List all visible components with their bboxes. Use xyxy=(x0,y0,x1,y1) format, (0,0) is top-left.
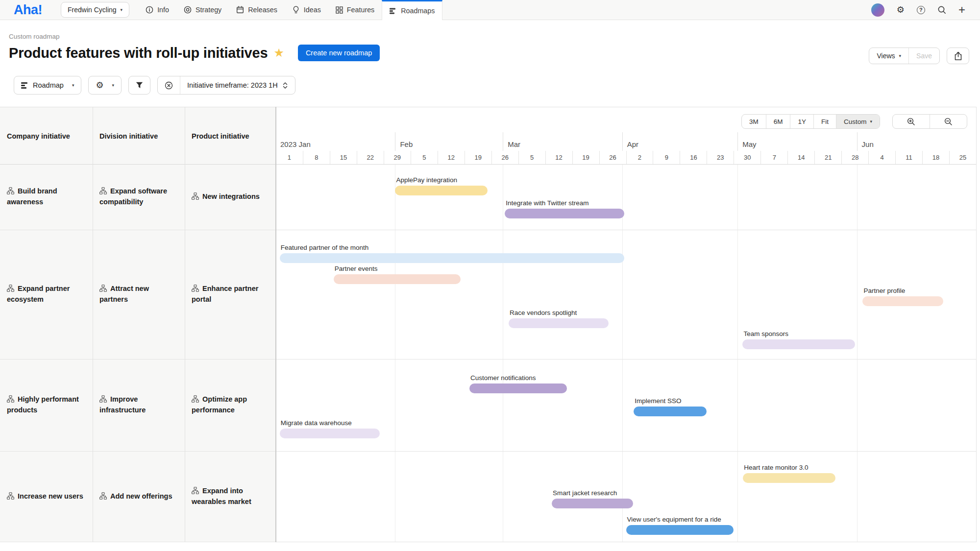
timeframe-6m-button[interactable]: 6M xyxy=(766,115,790,128)
column-header-3: Product initiative xyxy=(185,107,276,164)
initiative-icon xyxy=(192,487,202,495)
timeframe-custom-button[interactable]: Custom▾ xyxy=(836,115,880,128)
gantt-bars-icon xyxy=(21,82,28,89)
gear-icon: ⚙ xyxy=(96,81,103,90)
bar-label: Customer notifications xyxy=(470,374,536,382)
initiative-cell[interactable]: Highly performant products xyxy=(0,359,93,451)
initiative-cell[interactable]: Enhance partner portal xyxy=(185,230,276,359)
month-label: 2023 Jan xyxy=(280,140,311,148)
week-tick: 7 xyxy=(760,151,787,164)
gantt-bar[interactable] xyxy=(743,473,835,483)
bar-label: Implement SSO xyxy=(635,397,681,405)
aha-logo[interactable]: Aha! xyxy=(14,0,42,20)
week-tick: 2 xyxy=(626,151,653,164)
save-button[interactable]: Save xyxy=(908,48,939,64)
initiative-cell[interactable]: Expand into wearables market xyxy=(185,451,276,542)
column-header-1: Company initiative xyxy=(0,107,93,164)
search-icon[interactable] xyxy=(937,5,946,14)
initiative-filter-group: Initiative timeframe: 2023 1H xyxy=(157,76,295,95)
gantt-bar[interactable] xyxy=(552,499,633,508)
month-gridline xyxy=(857,164,858,542)
zoom-out-button[interactable] xyxy=(930,115,967,128)
month-header: Jun xyxy=(857,132,976,151)
roadmap-gantt: 3M6M1YFitCustom▾ Company initiativeDivis… xyxy=(0,107,980,542)
create-roadmap-button[interactable]: Create new roadmap xyxy=(298,45,380,61)
timeframe-fit-button[interactable]: Fit xyxy=(813,115,836,128)
gantt-bar[interactable] xyxy=(509,318,609,328)
initiative-cell[interactable]: Add new offerings xyxy=(93,451,185,542)
gantt-bar[interactable] xyxy=(280,429,380,438)
views-button[interactable]: Views ▾ xyxy=(869,48,908,64)
tab-roadmaps[interactable]: Roadmaps xyxy=(382,0,442,20)
star-icon[interactable]: ★ xyxy=(273,46,284,60)
tab-releases[interactable]: Releases xyxy=(229,0,285,20)
gantt-bar[interactable] xyxy=(395,186,487,195)
initiative-icon xyxy=(7,492,18,500)
initiative-cell[interactable]: Optimize app performance xyxy=(185,359,276,451)
initiative-timeframe-filter[interactable]: Initiative timeframe: 2023 1H xyxy=(180,76,295,94)
page-header: Custom roadmap Product features with rol… xyxy=(0,20,980,107)
week-tick: 14 xyxy=(787,151,814,164)
settings-button[interactable]: ⚙ ▾ xyxy=(88,76,122,95)
tab-label: Strategy xyxy=(196,6,221,14)
bar-label: Integrate with Twitter stream xyxy=(506,199,588,207)
week-tick: 26 xyxy=(599,151,626,164)
help-icon[interactable]: ? xyxy=(917,6,925,14)
nav-tabs: InfoStrategyReleasesIdeasFeaturesRoadmap… xyxy=(138,0,442,20)
week-tick: 26 xyxy=(491,151,518,164)
month-label: Mar xyxy=(508,140,520,148)
week-tick: 11 xyxy=(895,151,922,164)
chevron-down-icon: ▾ xyxy=(72,83,74,88)
circle-x-icon xyxy=(165,81,173,90)
chevron-down-icon: ▾ xyxy=(112,83,115,88)
share-button[interactable] xyxy=(947,48,969,64)
week-tick: 8 xyxy=(303,151,330,164)
initiative-cell[interactable]: Build brand awareness xyxy=(0,164,93,230)
remove-filter-button[interactable] xyxy=(158,76,180,94)
week-tick: 4 xyxy=(868,151,895,164)
tab-strategy[interactable]: Strategy xyxy=(176,0,229,20)
gantt-bar[interactable] xyxy=(626,525,734,535)
gantt-bar[interactable] xyxy=(280,253,624,263)
zoom-in-button[interactable] xyxy=(893,115,930,128)
gear-icon[interactable]: ⚙ xyxy=(897,5,905,14)
gantt-bar[interactable] xyxy=(505,209,624,218)
roadmap-type-button[interactable]: Roadmap ▾ xyxy=(14,76,81,95)
info-icon xyxy=(146,6,153,14)
gantt-bar[interactable] xyxy=(334,274,461,284)
initiative-cell[interactable]: Increase new users xyxy=(0,451,93,542)
week-tick: 12 xyxy=(438,151,465,164)
month-gridline xyxy=(395,164,395,542)
initiative-cell[interactable]: Attract new partners xyxy=(93,230,185,359)
workspace-selector[interactable]: Fredwin Cycling ▾ xyxy=(61,2,129,18)
initiative-cell[interactable]: Expand software compatibility xyxy=(93,164,185,230)
filter-button[interactable] xyxy=(128,76,150,95)
avatar[interactable] xyxy=(871,3,884,17)
initiative-icon xyxy=(192,192,202,200)
month-gridline xyxy=(622,164,623,542)
tab-ideas[interactable]: Ideas xyxy=(285,0,328,20)
gantt-bar[interactable] xyxy=(634,407,707,416)
funnel-icon xyxy=(136,82,143,89)
week-tick: 23 xyxy=(707,151,734,164)
timeframe-1y-button[interactable]: 1Y xyxy=(790,115,813,128)
month-label: Jun xyxy=(862,140,874,148)
tab-label: Roadmaps xyxy=(401,7,435,15)
week-tick: 5 xyxy=(518,151,545,164)
month-gridline xyxy=(737,164,738,542)
initiative-cell[interactable]: Expand partner ecosystem xyxy=(0,230,93,359)
initiative-cell[interactable]: Improve infrastructure xyxy=(93,359,185,451)
timeframe-3m-button[interactable]: 3M xyxy=(742,115,766,128)
tab-features[interactable]: Features xyxy=(328,0,382,20)
plus-icon[interactable]: + xyxy=(958,4,965,16)
initiative-cell[interactable]: New integrations xyxy=(185,164,276,230)
week-tick: 12 xyxy=(545,151,572,164)
gantt-bar[interactable] xyxy=(742,339,855,349)
gantt-bar[interactable] xyxy=(469,383,567,393)
gantt-bar[interactable] xyxy=(862,296,943,306)
week-tick: 19 xyxy=(465,151,491,164)
tab-info[interactable]: Info xyxy=(138,0,176,20)
chevron-down-icon: ▾ xyxy=(870,119,872,124)
week-tick: 16 xyxy=(680,151,707,164)
initiative-icon xyxy=(99,187,110,195)
